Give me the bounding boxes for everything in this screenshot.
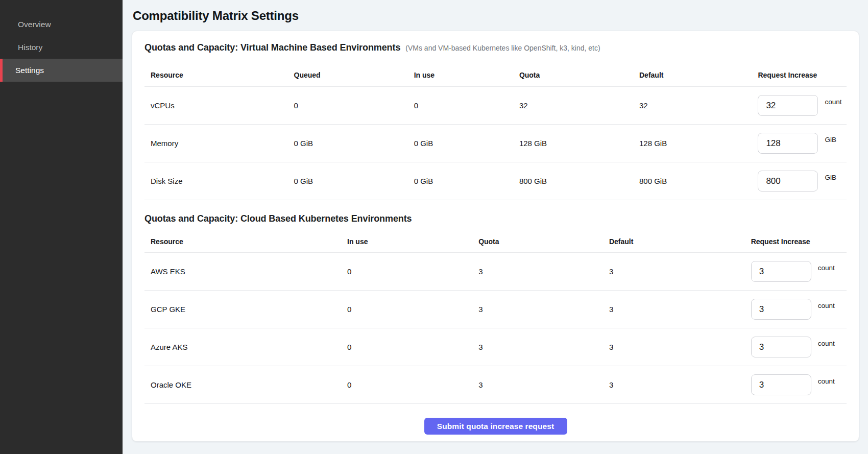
request-increase-cell: count bbox=[745, 299, 847, 320]
unit-label: count bbox=[818, 264, 835, 272]
request-increase-cell: count bbox=[752, 95, 847, 116]
request-increase-input-vcpus[interactable] bbox=[758, 95, 818, 116]
resource-name: Disk Size bbox=[144, 177, 288, 185]
default-value: 800 GiB bbox=[633, 177, 752, 185]
unit-label: GiB bbox=[825, 136, 836, 144]
sidebar-item-settings[interactable]: Settings bbox=[0, 59, 123, 82]
column-header-request-increase: Request Increase bbox=[745, 237, 847, 246]
column-header-quota: Quota bbox=[513, 71, 633, 79]
column-header-resource: Resource bbox=[144, 237, 341, 246]
column-header-request-increase: Request Increase bbox=[752, 71, 847, 79]
cloud-quota-table: Resource In use Quota Default Request In… bbox=[144, 224, 847, 404]
column-header-quota: Quota bbox=[472, 237, 603, 246]
table-row-gcp-gke: GCP GKE 0 3 3 count bbox=[144, 291, 847, 328]
sidebar-item-label: Overview bbox=[18, 20, 51, 29]
main-content: Compatibility Matrix Settings Quotas and… bbox=[123, 0, 868, 454]
cloud-section-heading: Quotas and Capacity: Cloud Based Kuberne… bbox=[132, 200, 859, 224]
quota-value: 32 bbox=[513, 101, 633, 110]
in-use-value: 0 bbox=[408, 101, 513, 110]
settings-card: Quotas and Capacity: Virtual Machine Bas… bbox=[132, 31, 859, 442]
in-use-value: 0 bbox=[341, 305, 472, 314]
unit-label: count bbox=[818, 377, 835, 385]
sidebar-item-label: History bbox=[18, 43, 42, 52]
resource-name: vCPUs bbox=[144, 101, 288, 110]
button-row: Submit quota increase request bbox=[132, 404, 859, 435]
quota-value: 128 GiB bbox=[513, 139, 633, 148]
in-use-value: 0 GiB bbox=[408, 139, 513, 148]
request-increase-cell: count bbox=[745, 374, 847, 395]
quota-value: 3 bbox=[472, 343, 603, 351]
resource-name: GCP GKE bbox=[144, 305, 341, 314]
column-header-default: Default bbox=[633, 71, 752, 79]
resource-name: Azure AKS bbox=[144, 343, 341, 351]
page-title: Compatibility Matrix Settings bbox=[133, 9, 859, 23]
request-increase-input-aws-eks[interactable] bbox=[751, 261, 811, 282]
queued-value: 0 bbox=[288, 101, 408, 110]
request-increase-cell: GiB bbox=[752, 171, 847, 192]
in-use-value: 0 bbox=[341, 267, 472, 276]
in-use-value: 0 GiB bbox=[408, 177, 513, 185]
unit-label: count bbox=[825, 98, 841, 106]
in-use-value: 0 bbox=[341, 380, 472, 389]
submit-quota-increase-button[interactable]: Submit quota increase request bbox=[424, 418, 567, 435]
request-increase-input-azure-aks[interactable] bbox=[751, 337, 811, 357]
vm-table-header: Resource Queued In use Quota Default Req… bbox=[144, 53, 847, 87]
quota-value: 3 bbox=[472, 380, 603, 389]
request-increase-input-disk-size[interactable] bbox=[758, 171, 818, 192]
unit-label: count bbox=[818, 340, 835, 347]
queued-value: 0 GiB bbox=[288, 177, 408, 185]
column-header-default: Default bbox=[603, 237, 745, 246]
unit-label: GiB bbox=[825, 174, 836, 181]
app-window: Overview History Settings Compatibility … bbox=[0, 0, 868, 454]
default-value: 128 GiB bbox=[633, 139, 752, 148]
cloud-table-header: Resource In use Quota Default Request In… bbox=[144, 224, 847, 253]
default-value: 3 bbox=[603, 267, 745, 276]
request-increase-cell: count bbox=[745, 337, 847, 357]
quota-value: 3 bbox=[472, 305, 603, 314]
column-header-in-use: In use bbox=[341, 237, 472, 246]
sidebar-item-label: Settings bbox=[15, 66, 44, 75]
vm-section-heading: Quotas and Capacity: Virtual Machine Bas… bbox=[132, 31, 859, 53]
queued-value: 0 GiB bbox=[288, 139, 408, 148]
cloud-section-title: Quotas and Capacity: Cloud Based Kuberne… bbox=[144, 213, 412, 224]
resource-name: Memory bbox=[144, 139, 288, 148]
sidebar: Overview History Settings bbox=[0, 0, 123, 454]
table-row-vcpus: vCPUs 0 0 32 32 count bbox=[144, 87, 847, 125]
vm-quota-table: Resource Queued In use Quota Default Req… bbox=[144, 53, 847, 200]
table-row-azure-aks: Azure AKS 0 3 3 count bbox=[144, 328, 847, 366]
table-row-disk-size: Disk Size 0 GiB 0 GiB 800 GiB 800 GiB Gi… bbox=[144, 162, 847, 200]
sidebar-item-history[interactable]: History bbox=[0, 36, 123, 59]
default-value: 3 bbox=[603, 305, 745, 314]
request-increase-cell: count bbox=[745, 261, 847, 282]
default-value: 32 bbox=[633, 101, 752, 110]
column-header-in-use: In use bbox=[408, 71, 513, 79]
vm-section-subtitle: (VMs and VM-based Kubernetes like OpenSh… bbox=[405, 44, 600, 52]
table-row-memory: Memory 0 GiB 0 GiB 128 GiB 128 GiB GiB bbox=[144, 125, 847, 162]
request-increase-input-oracle-oke[interactable] bbox=[751, 374, 811, 395]
request-increase-cell: GiB bbox=[752, 133, 847, 154]
quota-value: 800 GiB bbox=[513, 177, 633, 185]
column-header-resource: Resource bbox=[144, 71, 288, 79]
table-row-oracle-oke: Oracle OKE 0 3 3 count bbox=[144, 366, 847, 404]
default-value: 3 bbox=[603, 343, 745, 351]
default-value: 3 bbox=[603, 380, 745, 389]
quota-value: 3 bbox=[472, 267, 603, 276]
resource-name: Oracle OKE bbox=[144, 380, 341, 389]
in-use-value: 0 bbox=[341, 343, 472, 351]
request-increase-input-gcp-gke[interactable] bbox=[751, 299, 811, 320]
sidebar-item-overview[interactable]: Overview bbox=[0, 13, 123, 36]
table-row-aws-eks: AWS EKS 0 3 3 count bbox=[144, 253, 847, 291]
resource-name: AWS EKS bbox=[144, 267, 341, 276]
request-increase-input-memory[interactable] bbox=[758, 133, 818, 154]
vm-section-title: Quotas and Capacity: Virtual Machine Bas… bbox=[144, 42, 400, 53]
unit-label: count bbox=[818, 302, 835, 309]
column-header-queued: Queued bbox=[288, 71, 408, 79]
